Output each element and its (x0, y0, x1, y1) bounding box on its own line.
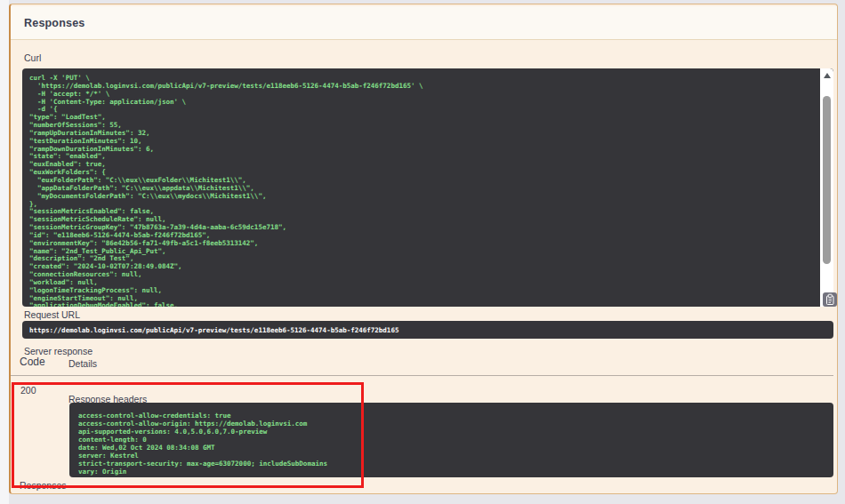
responses-section-title: Responses (24, 17, 85, 29)
curl-command-text: curl -X 'PUT' \ 'https://demolab.loginvs… (22, 68, 833, 307)
page-left-gutter (0, 0, 9, 504)
annotation-red-box (12, 382, 364, 488)
request-url-text: https://demolab.loginvsi.com/publicApi/v… (29, 326, 398, 334)
request-url-bar: https://demolab.loginvsi.com/publicApi/v… (22, 321, 833, 339)
table-header-divider (11, 375, 833, 376)
page: { "panel": { "section_title": "Responses… (0, 0, 845, 504)
scroll-up-icon[interactable] (824, 73, 831, 78)
responses-section-header: Responses (11, 6, 837, 40)
copy-icon (823, 292, 837, 307)
request-url-label: Request URL (24, 309, 80, 320)
code-column-header: Code (20, 356, 45, 368)
curl-label: Curl (24, 52, 41, 63)
curl-scrollbar-thumb[interactable] (823, 96, 831, 264)
details-column-header: Details (68, 358, 97, 369)
copy-button[interactable] (823, 292, 837, 307)
curl-scrollbar[interactable] (820, 68, 833, 307)
curl-code-block: curl -X 'PUT' \ 'https://demolab.loginvs… (22, 68, 833, 307)
